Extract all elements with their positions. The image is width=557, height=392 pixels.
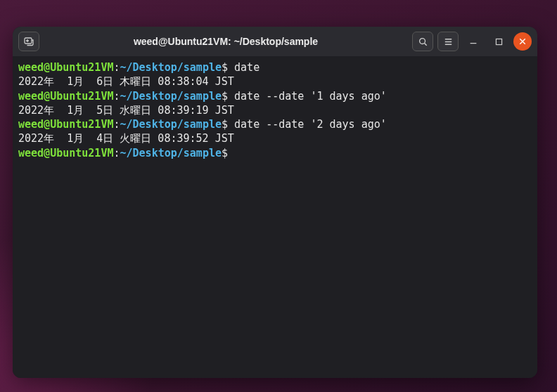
prompt-colon: : <box>113 90 120 103</box>
terminal-body[interactable]: weed@Ubuntu21VM:~/Desktop/sample$ date20… <box>13 56 537 378</box>
terminal-output-line: 2022年 1月 6日 木曜日 08:38:04 JST <box>18 74 532 89</box>
new-tab-icon <box>23 36 34 47</box>
prompt-dollar: $ <box>222 90 234 103</box>
minimize-button[interactable] <box>463 32 484 51</box>
command-text: date --date '2 days ago' <box>234 118 387 131</box>
output-text: 2022年 1月 5日 水曜日 08:39:19 JST <box>18 104 234 117</box>
titlebar-controls <box>412 32 532 51</box>
terminal-window: weed@Ubuntu21VM: ~/Desktop/sample <box>13 27 537 378</box>
search-button[interactable] <box>412 32 433 51</box>
prompt-colon: : <box>113 147 120 159</box>
prompt-userhost: weed@Ubuntu21VM <box>18 61 113 74</box>
new-tab-button[interactable] <box>18 32 39 51</box>
prompt-userhost: weed@Ubuntu21VM <box>18 118 113 131</box>
command-text: date --date '1 days ago' <box>234 90 387 103</box>
maximize-button[interactable] <box>488 32 509 51</box>
maximize-icon <box>494 37 504 46</box>
output-text: 2022年 1月 4日 火曜日 08:39:52 JST <box>18 132 234 145</box>
prompt-userhost: weed@Ubuntu21VM <box>18 90 113 103</box>
prompt-colon: : <box>113 118 120 131</box>
output-text: 2022年 1月 6日 木曜日 08:38:04 JST <box>18 75 234 88</box>
close-button[interactable] <box>513 32 532 51</box>
svg-line-2 <box>424 43 426 45</box>
terminal-prompt-line: weed@Ubuntu21VM:~/Desktop/sample$ date -… <box>18 117 532 131</box>
terminal-prompt-line: weed@Ubuntu21VM:~/Desktop/sample$ date -… <box>18 89 532 103</box>
prompt-dollar: $ <box>222 118 234 131</box>
terminal-output-line: 2022年 1月 5日 水曜日 08:39:19 JST <box>18 103 532 117</box>
hamburger-menu-button[interactable] <box>437 32 459 51</box>
prompt-userhost: weed@Ubuntu21VM <box>18 147 113 159</box>
hamburger-icon <box>443 37 454 47</box>
command-text: date <box>234 61 260 74</box>
search-icon <box>418 37 428 47</box>
prompt-path: ~/Desktop/sample <box>120 90 222 103</box>
svg-rect-7 <box>496 39 501 44</box>
window-title: weed@Ubuntu21VM: ~/Desktop/sample <box>44 36 408 47</box>
terminal-prompt-line: weed@Ubuntu21VM:~/Desktop/sample$ date <box>18 60 532 74</box>
prompt-dollar: $ <box>222 147 234 159</box>
titlebar: weed@Ubuntu21VM: ~/Desktop/sample <box>13 27 537 56</box>
prompt-path: ~/Desktop/sample <box>120 118 222 131</box>
prompt-dollar: $ <box>222 61 234 74</box>
terminal-output-line: 2022年 1月 4日 火曜日 08:39:52 JST <box>18 131 532 145</box>
prompt-path: ~/Desktop/sample <box>120 147 222 159</box>
prompt-path: ~/Desktop/sample <box>120 61 222 74</box>
svg-point-1 <box>419 38 425 44</box>
minimize-icon <box>468 37 478 46</box>
prompt-colon: : <box>113 61 120 74</box>
terminal-prompt-line: weed@Ubuntu21VM:~/Desktop/sample$ <box>18 146 532 160</box>
close-icon <box>518 37 527 46</box>
